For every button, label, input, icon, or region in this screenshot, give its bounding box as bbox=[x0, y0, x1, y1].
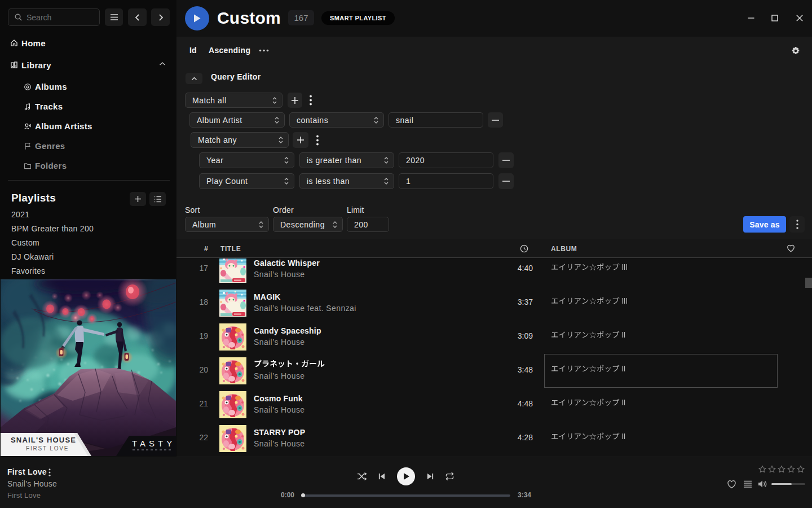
svg-text:FIRST LOVE: FIRST LOVE bbox=[26, 445, 69, 452]
svg-text:TASTY: TASTY bbox=[132, 439, 175, 448]
svg-text:SNAIL'S HOUSE: SNAIL'S HOUSE bbox=[11, 436, 76, 444]
